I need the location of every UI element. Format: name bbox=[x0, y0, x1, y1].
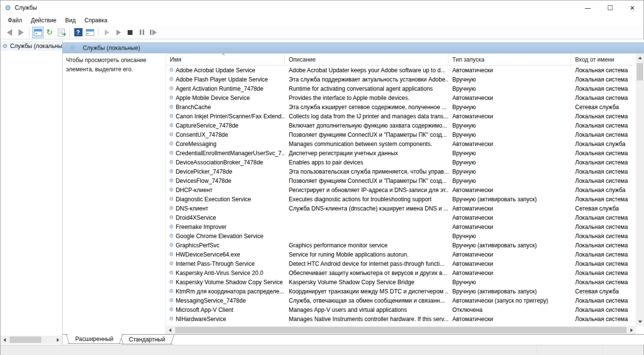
service-row[interactable]: ⚙Freemake Improver Автоматически Локальн… bbox=[166, 222, 636, 231]
service-row[interactable]: ⚙Kaspersky Anti-Virus Service 20.0 Обесп… bbox=[166, 268, 636, 277]
refresh-icon: ↻ bbox=[46, 29, 52, 36]
service-name: KtmRm для координатора распределе... bbox=[176, 288, 284, 295]
service-gear-icon: ⚙ bbox=[169, 196, 174, 202]
service-gear-icon: ⚙ bbox=[169, 85, 174, 92]
service-row[interactable]: ⚙CredentialEnrollmentManagerUserSvc_7...… bbox=[166, 148, 636, 158]
service-row[interactable]: ⚙Diagnostic Execution Service Executes d… bbox=[166, 194, 636, 204]
service-login-as: Локальная система bbox=[571, 251, 635, 258]
refresh-button[interactable]: ↻ bbox=[44, 27, 55, 38]
back-button[interactable] bbox=[3, 27, 15, 38]
service-row[interactable]: ⚙Apple Mobile Device Service Provides th… bbox=[166, 93, 636, 102]
service-login-as: Сетевая служба bbox=[571, 288, 635, 295]
service-row[interactable]: ⚙DeviceAssociationBroker_7478de Enables … bbox=[166, 158, 636, 167]
tree-horizontal-scrollbar[interactable] bbox=[0, 336, 62, 344]
service-row[interactable]: ⚙DevicePicker_7478de Эта пользовательска… bbox=[166, 167, 636, 176]
stop-service-button[interactable] bbox=[124, 27, 136, 38]
forward-button[interactable] bbox=[15, 27, 27, 38]
service-login-as: Локальная система bbox=[571, 196, 635, 203]
service-row[interactable]: ⚙GraphicsPerfSvc Graphics performance mo… bbox=[166, 241, 636, 250]
panel-header: ⚙ Службы (локальные) bbox=[63, 42, 644, 53]
scroll-right-icon[interactable] bbox=[627, 326, 636, 334]
panel-header-icon: ⚙ bbox=[69, 44, 75, 51]
service-row[interactable]: ⚙DHCP-клиент Регистрирует и обновляет IP… bbox=[166, 185, 636, 194]
service-row[interactable]: ⚙Adobe Acrobat Update Service Adobe Acro… bbox=[166, 65, 636, 75]
help-button[interactable]: ? bbox=[72, 27, 84, 38]
service-row[interactable]: ⚙CoreMessaging Manages communication bet… bbox=[166, 139, 636, 148]
service-row[interactable]: ⚙Kaspersky Volume Shadow Copy Service ..… bbox=[166, 277, 636, 287]
service-login-as: Локальная система bbox=[571, 297, 635, 304]
service-gear-icon: ⚙ bbox=[169, 205, 174, 211]
service-row[interactable]: ⚙CaptureService_7478de Включает дополнит… bbox=[166, 121, 636, 130]
services-window: ⚙ Службы — ☐ ✕ Файл Действие Вид Справка… bbox=[0, 0, 644, 355]
start-service-button[interactable] bbox=[101, 27, 113, 38]
tree-item-services-local[interactable]: ⚙ Службы (локальные) bbox=[0, 41, 62, 51]
service-login-as: Локальная система bbox=[571, 214, 635, 221]
tree-item-label: Службы (локальные) bbox=[10, 43, 62, 49]
export-list-button[interactable]: ➜ bbox=[55, 27, 67, 38]
service-startup-type: Автоматически bbox=[448, 270, 571, 276]
service-row[interactable]: ⚙Internet Pass-Through Service Detect HT… bbox=[166, 259, 636, 268]
service-row[interactable]: ⚙Droid4XService Автоматически Локальная … bbox=[166, 213, 636, 222]
service-row[interactable]: ⚙KtmRm для координатора распределе... Ко… bbox=[166, 287, 636, 296]
service-row[interactable]: ⚙Canon Inkjet Printer/Scanner/Fax Extend… bbox=[166, 112, 636, 121]
close-button[interactable]: ✕ bbox=[621, 0, 644, 15]
service-row[interactable]: ⚙Agent Activation Runtime_7478de Runtime… bbox=[166, 84, 636, 93]
minimize-button[interactable]: — bbox=[577, 0, 599, 15]
scroll-left-icon[interactable] bbox=[0, 336, 9, 344]
show-console-tree-button[interactable]: ◂ bbox=[32, 27, 44, 38]
scroll-right-icon[interactable] bbox=[54, 336, 62, 344]
scroll-down-icon[interactable] bbox=[636, 318, 644, 326]
restart-service-button[interactable] bbox=[148, 27, 159, 38]
service-startup-type: Автоматически bbox=[448, 187, 571, 194]
service-login-as: Локальная система bbox=[571, 178, 635, 184]
tab-standard[interactable]: Стандартный bbox=[121, 335, 173, 344]
horizontal-scrollbar[interactable] bbox=[166, 326, 636, 334]
service-row[interactable]: ⚙BranchCache Эта служба кэширует сетевое… bbox=[166, 102, 636, 112]
resume-service-button[interactable] bbox=[113, 27, 124, 38]
column-header-login-as[interactable]: Вход от имени bbox=[571, 54, 637, 65]
menu-view[interactable]: Вид bbox=[61, 16, 80, 25]
column-headers: Имя ^ Описание Тип запуска Вход от имени bbox=[166, 54, 636, 65]
scrollbar-thumb[interactable] bbox=[10, 337, 41, 343]
service-description: Runtime for activating conversational ag… bbox=[285, 85, 448, 92]
maximize-button[interactable]: ☐ bbox=[599, 0, 621, 15]
service-row[interactable]: ⚙Microsoft App-V Client Manages App-V us… bbox=[166, 305, 636, 314]
scrollbar-thumb[interactable] bbox=[637, 63, 643, 81]
pause-service-button[interactable] bbox=[136, 27, 148, 38]
scroll-up-icon[interactable] bbox=[636, 54, 644, 62]
service-description: Эта служба кэширует сетевое содержимое, … bbox=[285, 104, 448, 111]
bottom-strip bbox=[0, 345, 644, 355]
service-login-as: Локальная система bbox=[571, 224, 635, 230]
service-row[interactable]: ⚙DevicesFlow_7478de Позволяет функциям C… bbox=[166, 176, 636, 185]
tab-extended[interactable]: Расширенный bbox=[67, 334, 121, 344]
service-name: HWDeviceService64.exe bbox=[176, 251, 240, 258]
service-startup-type: Автоматически bbox=[448, 67, 571, 74]
service-name: DNS-клиент bbox=[176, 205, 208, 212]
menu-help[interactable]: Справка bbox=[80, 16, 112, 25]
service-gear-icon: ⚙ bbox=[169, 67, 174, 73]
menu-action[interactable]: Действие bbox=[27, 16, 61, 25]
service-row[interactable]: ⚙NIHardwareService Manages Native Instru… bbox=[166, 314, 636, 323]
scroll-left-icon[interactable] bbox=[166, 326, 174, 334]
column-header-startup-type[interactable]: Тип запуска bbox=[448, 54, 571, 65]
scrollbar-thumb[interactable] bbox=[175, 327, 627, 333]
show-action-pane-button[interactable]: ▸ bbox=[84, 27, 96, 38]
service-row[interactable]: ⚙Google Chrome Elevation Service Вручную… bbox=[166, 231, 636, 241]
service-row[interactable]: ⚙DNS-клиент Служба DNS-клиента (dnscache… bbox=[166, 204, 636, 213]
column-header-description[interactable]: Описание bbox=[285, 54, 448, 65]
service-startup-type: Автоматически bbox=[448, 113, 571, 120]
service-row[interactable]: ⚙ConsentUX_7478de Позволяет функциям Con… bbox=[166, 130, 636, 139]
vertical-scrollbar[interactable] bbox=[636, 54, 644, 326]
service-row[interactable]: ⚙Adobe Flash Player Update Service Эта с… bbox=[166, 75, 636, 84]
service-gear-icon: ⚙ bbox=[169, 297, 174, 304]
menu-file[interactable]: Файл bbox=[3, 16, 27, 25]
service-name: DeviceAssociationBroker_7478de bbox=[176, 159, 263, 166]
services-rows: ⚙Adobe Acrobat Update Service Adobe Acro… bbox=[166, 65, 636, 326]
service-description: Service for runing Mobile applications a… bbox=[285, 251, 448, 258]
service-row[interactable]: ⚙HWDeviceService64.exe Service for runin… bbox=[166, 250, 636, 259]
service-row[interactable]: ⚙MessagingService_7478de Служба, отвечаю… bbox=[166, 296, 636, 305]
column-header-name[interactable]: Имя ^ bbox=[166, 54, 285, 65]
service-startup-type: Вручную bbox=[448, 178, 571, 184]
service-name: Microsoft App-V Client bbox=[176, 307, 233, 313]
service-name: Adobe Flash Player Update Service bbox=[176, 76, 268, 83]
